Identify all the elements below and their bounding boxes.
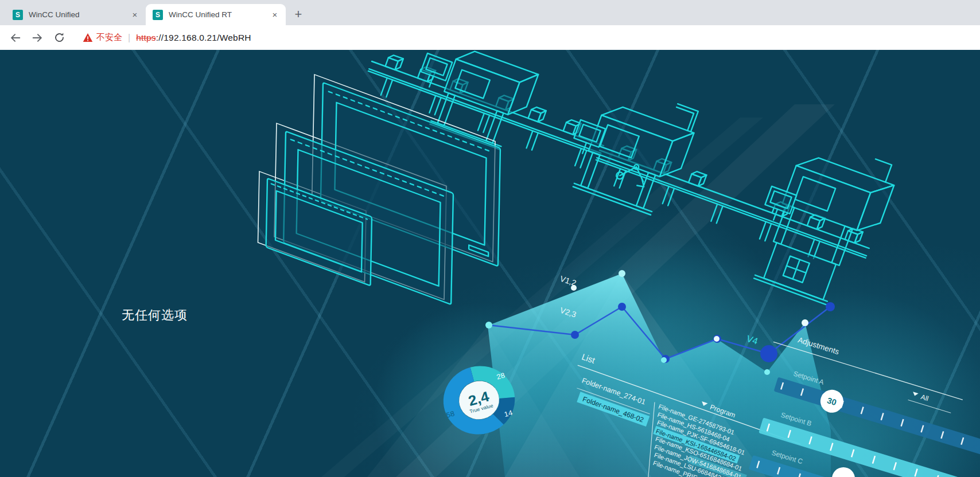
siemens-favicon-icon: S [13, 10, 23, 20]
tab-bar: S WinCC Unified × S WinCC Unified RT × + [0, 0, 980, 25]
back-arrow-icon [9, 32, 22, 44]
close-tab-icon[interactable]: × [270, 10, 280, 20]
forward-button[interactable] [30, 30, 45, 45]
close-tab-icon[interactable]: × [130, 10, 140, 20]
warning-triangle-icon [83, 33, 93, 42]
machine-with-robot-arm [573, 80, 702, 219]
security-chip[interactable]: 不安全 [83, 32, 122, 43]
browser-toolbar: 不安全 | https://192.168.0.21/WebRH [0, 25, 980, 50]
tab-title: WinCC Unified RT [169, 10, 270, 19]
url-scheme: https [136, 33, 156, 42]
reload-icon [53, 32, 65, 44]
no-options-message: 无任何选项 [122, 307, 188, 324]
wincc-rt-viewport: 无任何选项 [0, 50, 980, 477]
new-tab-button[interactable]: + [290, 6, 306, 22]
industrial-background-illustration: V1,2 V2,3 V4 2,4 True value 28 14 58 Lis… [0, 50, 980, 477]
hmi-panels [258, 75, 500, 304]
address-bar[interactable]: https://192.168.0.21/WebRH [136, 33, 251, 43]
not-secure-label: 不安全 [96, 32, 122, 43]
tab-title: WinCC Unified [29, 10, 130, 19]
reload-button[interactable] [52, 30, 67, 45]
url-divider: | [128, 33, 130, 43]
tab-wincc-unified-rt[interactable]: S WinCC Unified RT × [146, 4, 286, 25]
siemens-favicon-icon: S [153, 10, 163, 20]
forward-arrow-icon [31, 32, 44, 44]
url-text: ://192.168.0.21/WebRH [156, 33, 251, 42]
back-button[interactable] [8, 30, 23, 45]
browser-window: S WinCC Unified × S WinCC Unified RT × + [0, 0, 980, 477]
tab-wincc-unified[interactable]: S WinCC Unified × [6, 4, 146, 25]
